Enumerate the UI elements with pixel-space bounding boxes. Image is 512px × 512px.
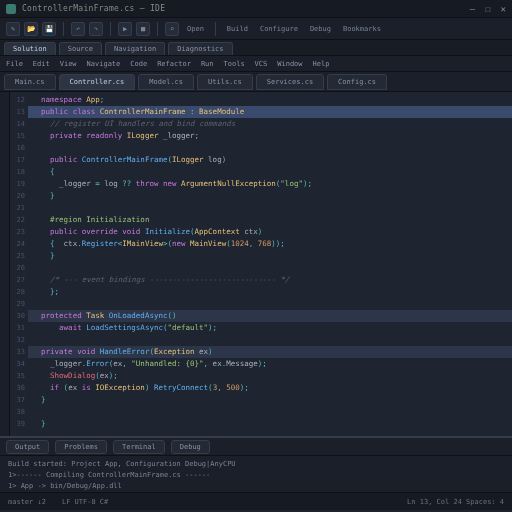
toolbar-build-label[interactable]: Build — [223, 25, 252, 33]
line-number: 24 — [10, 238, 28, 250]
code-line[interactable]: } — [28, 394, 512, 406]
menu-tools[interactable]: Tools — [224, 60, 245, 68]
save-button[interactable]: 💾 — [42, 22, 56, 36]
menu-code[interactable]: Code — [130, 60, 147, 68]
line-number: 19 — [10, 178, 28, 190]
code-line[interactable]: public ControllerMainFrame(ILogger log) — [28, 154, 512, 166]
code-line[interactable]: _logger = log ?? throw new ArgumentNullE… — [28, 178, 512, 190]
code-line[interactable] — [28, 406, 512, 418]
code-line[interactable]: _logger.Error(ex, "Unhandled: {0}", ex.M… — [28, 358, 512, 370]
run-button[interactable]: ▶ — [118, 22, 132, 36]
code-line[interactable]: } — [28, 250, 512, 262]
code-line[interactable]: private readonly ILogger _logger; — [28, 130, 512, 142]
file-tab[interactable]: Config.cs — [327, 74, 387, 90]
code-line[interactable]: namespace App; — [28, 94, 512, 106]
code-line[interactable]: }; — [28, 286, 512, 298]
nav-tab-source[interactable]: Source — [59, 42, 102, 55]
code-line[interactable]: } — [28, 190, 512, 202]
file-tab[interactable]: Utils.cs — [197, 74, 253, 90]
open-button[interactable]: 📂 — [24, 22, 38, 36]
line-number: 13 — [10, 106, 28, 118]
bottom-tab-problems[interactable]: Problems — [55, 440, 107, 454]
line-number: 38 — [10, 406, 28, 418]
close-button[interactable]: ✕ — [501, 4, 506, 14]
navigation-tabs: SolutionSourceNavigationDiagnostics — [0, 40, 512, 56]
nav-tab-navigation[interactable]: Navigation — [105, 42, 165, 55]
code-line[interactable]: } — [28, 418, 512, 430]
code-line[interactable] — [28, 334, 512, 346]
menu-vcs[interactable]: VCS — [255, 60, 268, 68]
nav-tab-diagnostics[interactable]: Diagnostics — [168, 42, 232, 55]
bottom-tab-output[interactable]: Output — [6, 440, 49, 454]
status-branch[interactable]: master ↓2 — [8, 498, 46, 506]
line-number: 20 — [10, 190, 28, 202]
code-line[interactable]: protected Task OnLoadedAsync() — [28, 310, 512, 322]
code-line[interactable]: /* --- event bindings ------------------… — [28, 274, 512, 286]
code-line[interactable]: private void HandleError(Exception ex) — [28, 346, 512, 358]
marker-gutter — [0, 92, 10, 436]
bottom-panel: OutputProblemsTerminalDebug Build starte… — [0, 436, 512, 492]
stop-button[interactable]: ■ — [136, 22, 150, 36]
search-button[interactable]: ⌕ — [165, 22, 179, 36]
menu-file[interactable]: File — [6, 60, 23, 68]
window-title: ControllerMainFrame.cs — IDE — [22, 4, 165, 13]
line-number: 27 — [10, 274, 28, 286]
line-number: 33 — [10, 346, 28, 358]
minimize-button[interactable]: — — [470, 4, 475, 14]
code-line[interactable]: // register UI handlers and bind command… — [28, 118, 512, 130]
output-line: 1> App -> bin/Debug/App.dll — [8, 481, 504, 492]
main-toolbar: ✎ 📂 💾 ↶ ↷ ▶ ■ ⌕ Open Build Configure Deb… — [0, 18, 512, 40]
nav-tab-solution[interactable]: Solution — [4, 42, 56, 55]
code-line[interactable]: public class ControllerMainFrame : BaseM… — [28, 106, 512, 118]
new-file-button[interactable]: ✎ — [6, 22, 20, 36]
toolbar-bookmarks-label[interactable]: Bookmarks — [339, 25, 385, 33]
menu-window[interactable]: Window — [277, 60, 302, 68]
bottom-tab-debug[interactable]: Debug — [171, 440, 210, 454]
undo-button[interactable]: ↶ — [71, 22, 85, 36]
line-number: 16 — [10, 142, 28, 154]
menu-navigate[interactable]: Navigate — [87, 60, 121, 68]
code-line[interactable]: #region Initialization — [28, 214, 512, 226]
menu-help[interactable]: Help — [313, 60, 330, 68]
code-editor[interactable]: namespace App; public class ControllerMa… — [28, 92, 512, 436]
maximize-button[interactable]: ☐ — [485, 4, 490, 14]
file-tab[interactable]: Services.cs — [256, 74, 324, 90]
file-tab[interactable]: Controller.cs — [59, 74, 136, 90]
line-number: 30 — [10, 310, 28, 322]
file-tab[interactable]: Main.cs — [4, 74, 56, 90]
code-line[interactable] — [28, 298, 512, 310]
code-line[interactable]: ShowDialog(ex); — [28, 370, 512, 382]
code-line[interactable]: await LoadSettingsAsync("default"); — [28, 322, 512, 334]
code-line[interactable]: public override void Initialize(AppConte… — [28, 226, 512, 238]
line-number: 29 — [10, 298, 28, 310]
bottom-tab-terminal[interactable]: Terminal — [113, 440, 165, 454]
code-line[interactable] — [28, 262, 512, 274]
menu-view[interactable]: View — [60, 60, 77, 68]
output-content[interactable]: Build started: Project App, Configuratio… — [0, 456, 512, 495]
status-encoding[interactable]: LF UTF-8 C# — [62, 498, 108, 506]
code-line[interactable]: { — [28, 166, 512, 178]
line-number: 39 — [10, 418, 28, 430]
toolbar-open-label[interactable]: Open — [183, 25, 208, 33]
file-tab[interactable]: Model.cs — [138, 74, 194, 90]
menu-run[interactable]: Run — [201, 60, 214, 68]
code-line[interactable] — [28, 202, 512, 214]
toolbar-configure-label[interactable]: Configure — [256, 25, 302, 33]
code-line[interactable]: if (ex is IOException) RetryConnect(3, 5… — [28, 382, 512, 394]
redo-button[interactable]: ↷ — [89, 22, 103, 36]
line-number: 17 — [10, 154, 28, 166]
line-number: 31 — [10, 322, 28, 334]
line-number: 26 — [10, 262, 28, 274]
status-cursor-position[interactable]: Ln 13, Col 24 Spaces: 4 — [407, 498, 504, 506]
app-logo-icon — [6, 4, 16, 14]
code-line[interactable]: { ctx.Register<IMainView>(new MainView(1… — [28, 238, 512, 250]
line-number: 34 — [10, 358, 28, 370]
status-bar: master ↓2 LF UTF-8 C# Ln 13, Col 24 Spac… — [0, 492, 512, 510]
menu-edit[interactable]: Edit — [33, 60, 50, 68]
menu-refactor[interactable]: Refactor — [157, 60, 191, 68]
toolbar-debug-label[interactable]: Debug — [306, 25, 335, 33]
titlebar: ControllerMainFrame.cs — IDE — ☐ ✕ — [0, 0, 512, 18]
line-number: 25 — [10, 250, 28, 262]
line-number: 22 — [10, 214, 28, 226]
code-line[interactable] — [28, 142, 512, 154]
